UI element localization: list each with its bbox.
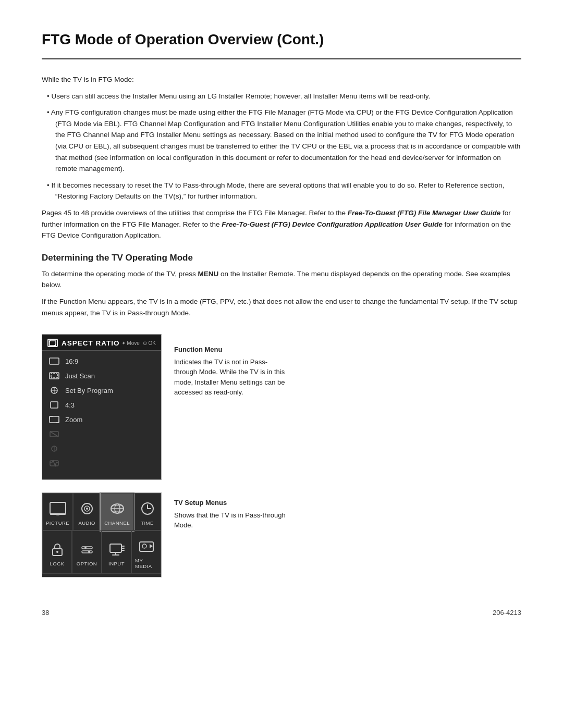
tv-setup-caption-title: TV Setup Menus: [174, 498, 289, 508]
ar-row-empty3: [42, 456, 161, 471]
ar-row-justscan: Just Scan: [42, 368, 161, 383]
footer-doc-number: 206-4213: [493, 609, 521, 616]
svg-point-37: [88, 551, 90, 553]
input-icon: [108, 540, 126, 558]
svg-point-45: [142, 544, 146, 548]
ar-icon-43: [48, 400, 60, 410]
section2-body: To determine the operating mode of the T…: [42, 268, 521, 318]
tv-menu-audio: AUDIO: [73, 493, 101, 530]
svg-marker-46: [150, 544, 153, 548]
section2-para2: If the Function Menu appears, the TV is …: [42, 296, 521, 318]
tv-menu-channel-label: CHANNEL: [104, 520, 130, 526]
tv-setup-menu: PICTURE AUDIO: [42, 492, 162, 577]
channel-icon: [108, 500, 126, 517]
svg-rect-0: [50, 341, 56, 346]
option-icon: [78, 540, 96, 558]
bullet-3: If it becomes necessary to reset the TV …: [47, 180, 521, 202]
ar-row-empty2: [42, 441, 161, 456]
bullet-1: Users can still access the Installer Men…: [47, 91, 521, 102]
bullet-2: Any FTG configuration changes must be ma…: [47, 107, 521, 175]
aspect-ratio-diagram-row: ASPECT RATIO ✦ Move⊙ OK 16:9: [42, 334, 521, 480]
section2-para1: To determine the operating mode of the T…: [42, 268, 521, 291]
tv-setup-caption-text: Shows that the TV is in Pass-through Mod…: [174, 510, 289, 530]
ar-header-hint: ✦ Move⊙ OK: [121, 340, 156, 346]
divider: [42, 58, 521, 59]
tv-menu-picture-label: PICTURE: [46, 520, 69, 526]
pages-paragraph: Pages 45 to 48 provide overviews of the …: [42, 207, 521, 241]
tv-menu-picture: PICTURE: [42, 493, 73, 530]
footer-page-number: 38: [42, 609, 49, 616]
function-menu-caption: Function Menu Indicates the TV is not in…: [174, 334, 289, 398]
while-label: While the TV is in FTG Mode:: [42, 74, 521, 85]
ar-row-169: 16:9: [42, 354, 161, 368]
tv-menu-option: OPTION: [72, 530, 102, 574]
ar-menu-header: ASPECT RATIO ✦ Move⊙ OK: [42, 335, 161, 351]
ar-icon-zoom: [48, 415, 60, 424]
bullet-list: Users can still access the Installer Men…: [42, 91, 521, 202]
ar-menu-rows: 16:9 Just Scan Set By Program: [42, 351, 161, 474]
tv-menu-input-label: INPUT: [108, 561, 125, 566]
tv-menu-grid-top: PICTURE AUDIO: [42, 493, 161, 530]
svg-line-14: [50, 431, 58, 437]
svg-rect-18: [50, 502, 66, 514]
ar-row-setbyprogram: Set By Program: [42, 383, 161, 398]
svg-rect-7: [51, 374, 57, 378]
svg-rect-5: [50, 358, 59, 364]
svg-rect-12: [50, 416, 59, 423]
tv-menu-input: INPUT: [102, 530, 131, 574]
tv-menu-grid-bottom: LOCK OPTION: [42, 530, 161, 574]
tv-menu-channel: CHANNEL: [101, 493, 133, 530]
svg-rect-34: [82, 547, 92, 549]
svg-point-33: [56, 551, 58, 553]
ar-icon-justscan: [48, 371, 60, 380]
ar-header-icon: [47, 339, 58, 347]
svg-point-23: [86, 508, 88, 510]
intro-section: While the TV is in FTG Mode: Users can s…: [42, 74, 521, 241]
tv-menu-lock-label: LOCK: [50, 561, 65, 566]
function-menu-caption-text: Indicates the TV is not in Pass-through …: [174, 357, 289, 398]
tv-setup-diagram-row: PICTURE AUDIO: [42, 492, 521, 577]
picture-icon: [49, 500, 67, 517]
tv-menu-time: TIME: [133, 493, 161, 530]
aspect-ratio-menu: ASPECT RATIO ✦ Move⊙ OK 16:9: [42, 334, 162, 480]
ar-row-43: 4:3: [42, 398, 161, 412]
page-title: FTG Mode of Operation Overview (Cont.): [42, 31, 521, 48]
function-menu-caption-title: Function Menu: [174, 344, 289, 355]
tv-menu-mymedia-label: MY MEDIA: [135, 558, 157, 569]
tv-menu-lock: LOCK: [42, 530, 72, 574]
ar-icon-169: [48, 356, 60, 366]
tv-setup-caption: TV Setup Menus Shows that the TV is in P…: [174, 492, 289, 530]
page-footer: 38 206-4213: [42, 609, 521, 616]
section2-title: Determining the TV Operating Mode: [42, 253, 521, 263]
ar-icon-setbyprogram: [48, 386, 60, 395]
tv-menu-option-label: OPTION: [77, 561, 97, 566]
tv-menu-audio-label: AUDIO: [78, 520, 95, 526]
ar-row-zoom: Zoom: [42, 412, 161, 427]
mymedia-icon: [138, 537, 155, 555]
diagrams-section: ASPECT RATIO ✦ Move⊙ OK 16:9: [42, 334, 521, 577]
time-icon: [139, 500, 156, 517]
tv-menu-mymedia: MY MEDIA: [131, 530, 161, 574]
lock-icon: [48, 540, 66, 558]
audio-icon: [78, 500, 96, 517]
svg-point-36: [84, 547, 87, 549]
svg-rect-35: [82, 551, 92, 553]
ar-row-empty1: [42, 427, 161, 441]
ar-icon-empty1: [48, 429, 60, 439]
svg-rect-38: [110, 544, 121, 552]
tv-menu-time-label: TIME: [141, 520, 154, 526]
svg-rect-11: [51, 402, 58, 408]
svg-rect-20: [56, 514, 59, 515]
menu-bold: MENU: [198, 270, 218, 278]
ar-header-title: ASPECT RATIO: [62, 339, 120, 347]
ar-icon-empty3: [48, 459, 60, 468]
ar-icon-empty2: [48, 444, 60, 453]
